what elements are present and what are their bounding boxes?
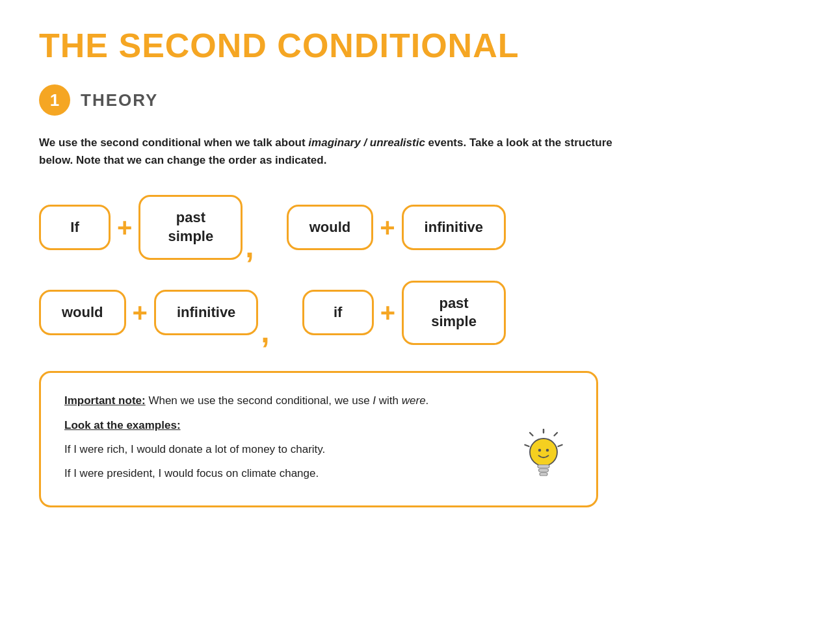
- svg-point-8: [546, 449, 549, 452]
- svg-rect-10: [539, 469, 549, 472]
- page-title: THE SECOND CONDITIONAL: [39, 26, 801, 65]
- section-label: THEORY: [81, 90, 158, 110]
- note-text-area: Important note: When we use the second c…: [64, 391, 501, 487]
- formula-row-2: would + infinitive , if + pastsimple: [39, 281, 801, 345]
- svg-line-4: [558, 445, 562, 446]
- important-note-line: Important note: When we use the second c…: [64, 391, 501, 411]
- comma-2: ,: [261, 320, 269, 344]
- examples-label: Look at the examples:: [64, 419, 181, 431]
- intro-text: We use the second conditional when we ta…: [39, 134, 624, 169]
- note-box: Important note: When we use the second c…: [39, 371, 598, 507]
- important-note-label: Important note:: [64, 394, 146, 407]
- examples-label-line: Look at the examples:: [64, 416, 501, 436]
- examples-section: Look at the examples: If I were rich, I …: [64, 416, 501, 483]
- plus-icon-1: +: [111, 214, 138, 240]
- lightbulb-icon: [514, 429, 573, 487]
- svg-point-6: [530, 439, 557, 466]
- box-if: If: [39, 205, 111, 251]
- svg-rect-9: [538, 465, 549, 468]
- section-number: 1: [39, 84, 70, 116]
- plus-icon-3: +: [126, 300, 154, 325]
- formula-diagram: If + pastsimple , would + infinitive wou…: [39, 195, 801, 344]
- svg-line-2: [555, 433, 558, 436]
- svg-rect-11: [540, 473, 547, 476]
- plus-icon-2: +: [373, 214, 401, 240]
- box-past-simple-2: pastsimple: [402, 281, 506, 345]
- box-infinitive-2: infinitive: [154, 290, 258, 336]
- formula-row-1: If + pastsimple , would + infinitive: [39, 195, 801, 259]
- box-would-2: would: [39, 290, 126, 336]
- comma-1: ,: [245, 235, 254, 259]
- plus-icon-4: +: [374, 300, 402, 325]
- box-would-1: would: [287, 205, 374, 251]
- svg-point-7: [538, 449, 542, 452]
- svg-line-3: [530, 433, 533, 436]
- example-1: If I were rich, I would donate a lot of …: [64, 440, 501, 460]
- section-header: 1 THEORY: [39, 84, 801, 116]
- box-if-2: if: [302, 290, 374, 336]
- box-past-simple-1: pastsimple: [138, 195, 243, 259]
- svg-line-5: [525, 445, 529, 446]
- example-2: If I were president, I would focus on cl…: [64, 464, 501, 484]
- box-infinitive-1: infinitive: [402, 205, 506, 251]
